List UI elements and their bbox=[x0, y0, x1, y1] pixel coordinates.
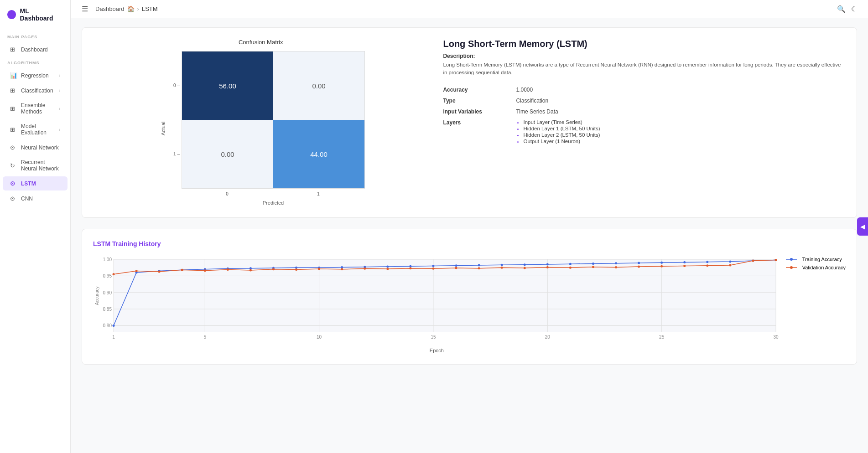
breadcrumb: Dashboard 🏠 › LSTM bbox=[95, 5, 158, 12]
sidebar-item-label: Dashboard bbox=[21, 46, 48, 53]
svg-point-85 bbox=[775, 259, 777, 261]
breadcrumb-home[interactable]: Dashboard bbox=[95, 5, 125, 12]
rnn-icon: ↻ bbox=[10, 162, 17, 169]
logo-icon bbox=[7, 10, 16, 19]
logo-text: ML Dashboard bbox=[20, 7, 63, 22]
svg-point-38 bbox=[386, 266, 389, 268]
svg-point-81 bbox=[683, 265, 686, 267]
sidebar-item-ensemble[interactable]: ⊞ Ensemble Methods ‹ bbox=[3, 98, 68, 118]
sidebar-item-dashboard[interactable]: ⊞ Dashboard bbox=[3, 42, 68, 57]
search-icon[interactable]: 🔍 bbox=[837, 5, 846, 13]
info-row-type: Type Classification bbox=[443, 95, 846, 106]
topbar: ☰ Dashboard 🏠 › LSTM 🔍 ☾ bbox=[71, 0, 868, 18]
info-section: Long Short-Term Memory (LSTM) Descriptio… bbox=[443, 39, 846, 206]
cm-cell-10: 0.00 bbox=[182, 120, 273, 188]
sidebar-item-neural-network[interactable]: ⊙ Neural Network bbox=[3, 140, 68, 154]
svg-text:5: 5 bbox=[203, 335, 206, 340]
sidebar-item-cnn[interactable]: ⊙ CNN bbox=[3, 191, 68, 206]
svg-point-78 bbox=[615, 266, 617, 268]
confusion-matrix-wrap: Actual 0 – 1 – 56.00 bbox=[93, 51, 428, 206]
floating-toggle-button[interactable]: ◀ bbox=[857, 217, 868, 236]
legend-training-label: Training Accuracy bbox=[802, 257, 842, 262]
svg-point-75 bbox=[546, 266, 549, 268]
svg-point-79 bbox=[638, 266, 640, 268]
info-row-input: Input Variables Time Series Data bbox=[443, 106, 846, 117]
svg-point-46 bbox=[569, 263, 572, 265]
cm-x-label: Predicted bbox=[263, 200, 284, 206]
svg-point-69 bbox=[409, 267, 411, 269]
info-value-accuracy: 1.0000 bbox=[516, 84, 846, 95]
sidebar-item-lstm[interactable]: ⊙ LSTM bbox=[3, 176, 68, 190]
layer-item-3: Hidden Layer 2 (LSTM, 50 Units) bbox=[523, 132, 842, 138]
sidebar-item-model-eval[interactable]: ⊞ Model Evaluation ‹ bbox=[3, 119, 68, 139]
layer-item-1: Input Layer (Time Series) bbox=[523, 119, 842, 125]
main-content: ☰ Dashboard 🏠 › LSTM 🔍 ☾ Confusion Matri… bbox=[71, 0, 868, 453]
info-desc-label: Description: bbox=[443, 53, 846, 59]
info-label-accuracy: Accuracy bbox=[443, 84, 516, 95]
svg-point-64 bbox=[295, 268, 297, 271]
main-card: Confusion Matrix Actual 0 – 1 – bbox=[82, 27, 857, 218]
sidebar-item-classification[interactable]: ⊞ Classification ‹ bbox=[3, 83, 68, 98]
info-value-layers: Input Layer (Time Series) Hidden Layer 1… bbox=[516, 117, 846, 147]
svg-point-62 bbox=[249, 269, 252, 272]
cm-x-tick-1: 1 bbox=[317, 191, 320, 196]
sidebar-item-rnn[interactable]: ↻ Recurrent Neural Network bbox=[3, 155, 68, 175]
svg-text:30: 30 bbox=[773, 335, 779, 340]
cm-y-label: Actual bbox=[161, 122, 166, 136]
cm-x-tick-0: 0 bbox=[226, 191, 229, 196]
cm-x-ticks: 0 1 bbox=[182, 191, 364, 196]
cm-inner: 0 – 1 – 56.00 0.00 0.00 44.00 bbox=[172, 51, 365, 206]
card-top: Confusion Matrix Actual 0 – 1 – bbox=[93, 39, 846, 206]
svg-point-80 bbox=[660, 265, 663, 268]
svg-point-87 bbox=[790, 258, 793, 261]
sidebar-item-label: CNN bbox=[21, 196, 33, 202]
svg-point-42 bbox=[478, 264, 480, 267]
chart-legend: Training Accuracy Validation Accuracy bbox=[786, 255, 846, 270]
sidebar: ML Dashboard MAIN PAGES ⊞ Dashboard ALGO… bbox=[0, 0, 71, 453]
cm-grid: 56.00 0.00 0.00 44.00 bbox=[182, 51, 365, 189]
cm-y-ticks: 0 – 1 – bbox=[172, 51, 182, 188]
section-label-main: MAIN PAGES bbox=[0, 31, 70, 42]
sidebar-item-label: Neural Network bbox=[21, 144, 59, 151]
svg-point-40 bbox=[432, 265, 434, 267]
layer-item-2: Hidden Layer 1 (LSTM, 50 Units) bbox=[523, 126, 842, 131]
classification-icon: ⊞ bbox=[10, 87, 17, 94]
cm-y-tick-0: 0 – bbox=[173, 83, 180, 88]
training-title: LSTM Training History bbox=[93, 240, 846, 247]
svg-point-51 bbox=[683, 261, 686, 263]
svg-point-50 bbox=[660, 262, 663, 264]
svg-point-48 bbox=[615, 262, 617, 264]
moon-icon[interactable]: ☾ bbox=[851, 5, 857, 13]
cnn-icon: ⊙ bbox=[10, 195, 17, 202]
chevron-icon: ‹ bbox=[59, 106, 60, 111]
svg-point-43 bbox=[501, 264, 503, 266]
svg-point-47 bbox=[592, 263, 594, 265]
svg-point-65 bbox=[318, 268, 320, 270]
svg-text:Accuracy: Accuracy bbox=[94, 286, 99, 305]
svg-point-66 bbox=[341, 268, 343, 270]
info-value-type: Classification bbox=[516, 95, 846, 106]
hamburger-button[interactable]: ☰ bbox=[82, 5, 88, 13]
svg-point-53 bbox=[729, 261, 731, 263]
svg-point-82 bbox=[706, 264, 708, 267]
svg-text:1: 1 bbox=[112, 335, 115, 340]
sidebar-item-label: Regression bbox=[21, 72, 49, 79]
info-title: Long Short-Term Memory (LSTM) bbox=[443, 39, 846, 49]
svg-point-70 bbox=[432, 268, 434, 270]
sidebar-item-regression[interactable]: 📊 Regression ‹ bbox=[3, 68, 68, 82]
info-label-layers: Layers bbox=[443, 117, 516, 147]
sidebar-item-label: Recurrent Neural Network bbox=[21, 159, 60, 172]
svg-point-76 bbox=[569, 267, 572, 269]
info-desc-text: Long Short-Term Memory (LSTM) networks a… bbox=[443, 61, 846, 77]
layer-item-4: Output Layer (1 Neuron) bbox=[523, 139, 842, 144]
svg-text:0.85: 0.85 bbox=[103, 307, 112, 312]
svg-point-77 bbox=[592, 266, 594, 268]
home-icon: 🏠 bbox=[127, 5, 135, 12]
neural-network-icon: ⊙ bbox=[10, 144, 17, 151]
svg-text:15: 15 bbox=[431, 335, 436, 340]
svg-text:0.95: 0.95 bbox=[103, 273, 112, 278]
svg-point-67 bbox=[364, 268, 366, 270]
svg-point-32 bbox=[249, 267, 252, 269]
x-axis-label: Epoch bbox=[93, 348, 780, 353]
svg-point-59 bbox=[181, 269, 183, 271]
